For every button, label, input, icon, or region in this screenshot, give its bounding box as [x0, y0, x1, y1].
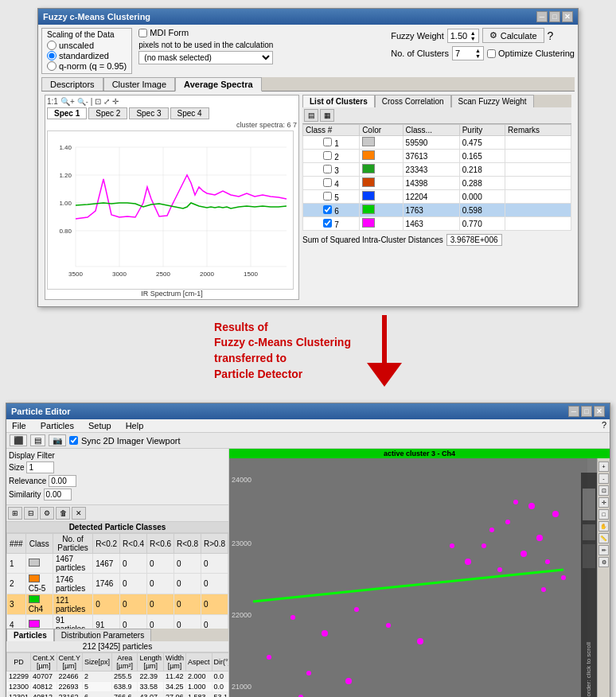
cluster-checkbox[interactable]	[323, 138, 332, 146]
calculate-button[interactable]: ⚙ Calculate	[482, 28, 544, 43]
menu-help[interactable]: Help	[123, 420, 146, 431]
tab-cluster-image[interactable]: Cluster Image	[103, 77, 175, 91]
question-mark[interactable]: ?	[602, 420, 606, 431]
class-row[interactable]: 2 C5-5 1746 particles 1746 0 0 0 0	[7, 574, 228, 594]
toolbar-icon-1[interactable]: ⬛	[10, 434, 27, 446]
optimize-checkbox[interactable]	[487, 49, 496, 58]
arrow-text-line3: transferred to	[214, 352, 287, 364]
similarity-input[interactable]	[44, 489, 72, 500]
img-btn-settings[interactable]: ⚙	[598, 557, 609, 567]
cluster-row[interactable]: 4 14398 0.288	[303, 177, 571, 190]
spin-down2[interactable]: ▼	[475, 53, 481, 59]
class-row[interactable]: 3 Ch4 121 particles 0 0 0 0 0	[7, 594, 228, 615]
img-btn-zoom-in[interactable]: +	[598, 461, 609, 472]
spec-tab-2[interactable]: Spec 2	[88, 107, 127, 119]
img-btn-annotate[interactable]: ✏	[598, 545, 609, 555]
spectra-chart-svg: 1.40 1.20 1.00 0.80 3500 3000 2500 2000 …	[47, 130, 294, 290]
cluster-checkbox-cell: 7	[303, 217, 360, 231]
p-minimize-btn[interactable]: ─	[568, 406, 579, 417]
cluster-tab-list[interactable]: List of Clusters	[302, 95, 375, 107]
maximize-btn[interactable]: □	[549, 11, 560, 22]
spin-up[interactable]: ▲	[470, 30, 476, 36]
left-panel: Display Filter Size Relevance Similarity…	[6, 449, 229, 697]
left-toolbar-btn5[interactable]: ✕	[72, 507, 86, 520]
qnorm-radio[interactable]	[47, 61, 57, 71]
menu-file[interactable]: File	[10, 420, 29, 431]
left-toolbar-btn3[interactable]: ⚙	[40, 507, 54, 520]
cluster-color-swatch	[362, 164, 375, 173]
data-tab-particles[interactable]: Particles	[6, 629, 54, 641]
cursor-icon[interactable]: ✛	[112, 97, 119, 106]
spin-down[interactable]: ▼	[470, 36, 476, 41]
cluster-color-cell	[360, 190, 403, 204]
cluster-checkbox[interactable]	[323, 178, 332, 187]
cluster-remarks	[505, 150, 571, 163]
cluster-row[interactable]: 5 12204 0.000	[303, 190, 571, 204]
cluster-checkbox-cell: 5	[303, 190, 360, 204]
menu-setup[interactable]: Setup	[86, 420, 114, 431]
fuzzy-weight-arrows[interactable]: ▲ ▼	[470, 30, 476, 41]
cluster-checkbox[interactable]	[323, 151, 332, 160]
cluster-row[interactable]: 7 1463 0.770	[303, 217, 571, 231]
size-input[interactable]	[26, 461, 54, 473]
left-toolbar-btn2[interactable]: ⊟	[24, 507, 38, 520]
spec-tab-4[interactable]: Spec 4	[170, 107, 209, 119]
relevance-input[interactable]	[49, 475, 76, 487]
particle-row[interactable]: 12301 40812 23162 6 766.6 43.07 27.06 1.…	[7, 692, 229, 698]
p-close-btn[interactable]: ✕	[594, 406, 605, 417]
class-row[interactable]: 1 1467 particles 1467 0 0 0 0	[7, 554, 228, 574]
spin-up2[interactable]: ▲	[475, 48, 481, 53]
mdi-checkbox[interactable]	[138, 29, 147, 37]
toolbar-icon-2[interactable]: ▤	[30, 434, 45, 446]
cluster-checkbox[interactable]	[323, 205, 332, 214]
cluster-checkbox[interactable]	[323, 219, 332, 228]
tab-average-spectra[interactable]: Average Spectra	[175, 77, 261, 92]
relevance-label: Relevance	[9, 477, 46, 485]
spec-tab-3[interactable]: Spec 3	[129, 107, 168, 119]
cluster-tab-cross[interactable]: Cross Correlation	[375, 95, 451, 107]
qnorm-row: q-norm (q = 0.95)	[47, 61, 127, 71]
unscaled-radio[interactable]	[47, 41, 57, 50]
particle-row[interactable]: 12299 40707 22466 2 255.5 22.39 11.42 2.…	[7, 672, 229, 682]
close-btn[interactable]: ✕	[562, 11, 573, 22]
cluster-row[interactable]: 3 23343 0.218	[303, 163, 571, 177]
menu-particles[interactable]: Particles	[38, 420, 76, 431]
img-btn-zoom-out[interactable]: -	[598, 473, 609, 484]
data-tab-distribution[interactable]: Distribution Parameters	[54, 629, 151, 641]
standardized-radio[interactable]	[47, 51, 57, 60]
cluster-row[interactable]: 2 37613 0.165	[303, 150, 571, 163]
left-toolbar-btn1[interactable]: ⊞	[8, 507, 22, 520]
zoom-in-icon[interactable]: 🔍+	[60, 97, 75, 106]
particle-row[interactable]: 12300 40812 22693 5 638.9 33.58 34.25 1.…	[7, 682, 229, 692]
clusters-spinbox[interactable]: 7 ▲ ▼	[452, 46, 484, 60]
class-row[interactable]: 4 91 particles 91 0 0 0 0	[7, 615, 228, 629]
cluster-toolbar-btn1[interactable]: ▤	[304, 109, 318, 122]
cluster-checkbox[interactable]	[323, 192, 332, 201]
img-btn-measure[interactable]: 📏	[598, 533, 609, 543]
question-icon[interactable]: ?	[548, 29, 554, 42]
tab-descriptors[interactable]: Descriptors	[41, 77, 103, 91]
toolbar-icon-3[interactable]: 📷	[49, 434, 66, 446]
fit-icon[interactable]: ⊡	[95, 97, 101, 106]
cluster-row[interactable]: 1 59590 0.475	[303, 136, 571, 150]
expand-icon[interactable]: ⤢	[103, 97, 110, 106]
cluster-row[interactable]: 6 1763 0.598	[303, 204, 571, 217]
zoom-out-icon[interactable]: 🔍-	[77, 98, 88, 106]
cluster-checkbox[interactable]	[323, 165, 332, 173]
spec-tab-1[interactable]: Spec 1	[47, 107, 87, 119]
pixels-select[interactable]: (no mask selected)	[138, 51, 273, 64]
sync-checkbox[interactable]	[69, 436, 78, 445]
img-btn-select[interactable]: □	[598, 509, 609, 520]
img-btn-cursor[interactable]: ✛	[598, 497, 609, 508]
p-maximize-btn[interactable]: □	[581, 406, 592, 417]
img-btn-pan[interactable]: ✋	[598, 521, 609, 532]
clusters-arrows[interactable]: ▲ ▼	[475, 48, 481, 59]
img-btn-fit[interactable]: ⊡	[598, 485, 609, 496]
minimize-btn[interactable]: ─	[536, 11, 548, 22]
particle-body: Display Filter Size Relevance Similarity…	[6, 449, 610, 697]
left-toolbar-btn4[interactable]: 🗑	[56, 507, 70, 520]
col-particles: No. of Particles	[53, 534, 92, 554]
fuzzy-weight-spinbox[interactable]: 1.50 ▲ ▼	[447, 29, 479, 43]
cluster-toolbar-btn2[interactable]: ▦	[320, 109, 334, 122]
cluster-tab-scan[interactable]: Scan Fuzzy Weight	[451, 95, 534, 107]
